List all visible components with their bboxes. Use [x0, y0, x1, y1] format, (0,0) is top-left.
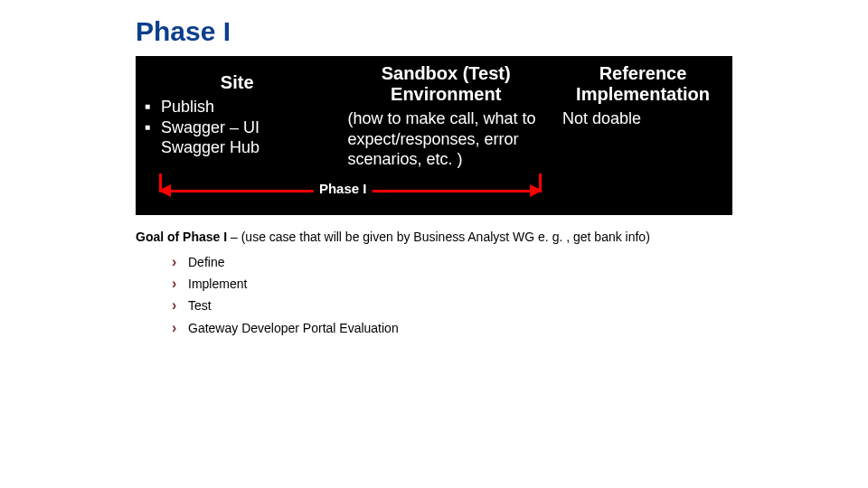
- col-reference-header: Reference Implementation: [562, 63, 723, 105]
- col-sandbox-header: Sandbox (Test) Environment: [347, 63, 544, 105]
- table-columns: Site Publish Swagger – UI Swagger Hub Sa…: [136, 63, 732, 170]
- site-list: Publish Swagger – UI: [145, 97, 329, 137]
- goal-text: – (use case that will be given by Busine…: [227, 230, 650, 244]
- arrow-left-icon: [158, 184, 171, 197]
- goal-list: Define Implement Test Gateway Developer …: [172, 251, 732, 339]
- phase-table-panel: Site Publish Swagger – UI Swagger Hub Sa…: [136, 56, 732, 215]
- col-site-header: Site: [145, 63, 329, 93]
- site-item: Publish: [145, 97, 329, 117]
- phase-bracket-label: Phase I: [314, 181, 373, 196]
- phase-bracket: Phase I: [159, 174, 541, 210]
- site-item: Swagger – UI: [145, 117, 329, 138]
- goal-section: Goal of Phase I – (use case that will be…: [136, 228, 732, 339]
- col-reference-body: Not doable: [562, 108, 723, 129]
- goal-item: Implement: [172, 273, 732, 295]
- goal-item: Define: [172, 251, 732, 273]
- col-site-body: Publish Swagger – UI Swagger Hub: [145, 97, 329, 158]
- slide: Phase I Site Publish Swagger – UI Swagge…: [0, 0, 868, 339]
- col-site: Site Publish Swagger – UI Swagger Hub: [136, 63, 338, 170]
- arrow-right-icon: [530, 184, 542, 197]
- col-reference: Reference Implementation Not doable: [553, 63, 732, 170]
- col-sandbox-body: (how to make call, what to expect/respon…: [347, 108, 544, 170]
- site-indent: Swagger Hub: [145, 137, 329, 158]
- goal-lead: Goal of Phase I: [136, 230, 227, 244]
- col-sandbox: Sandbox (Test) Environment (how to make …: [338, 63, 553, 170]
- slide-title: Phase I: [136, 16, 732, 47]
- goal-item: Gateway Developer Portal Evaluation: [172, 317, 732, 339]
- goal-item: Test: [172, 295, 732, 316]
